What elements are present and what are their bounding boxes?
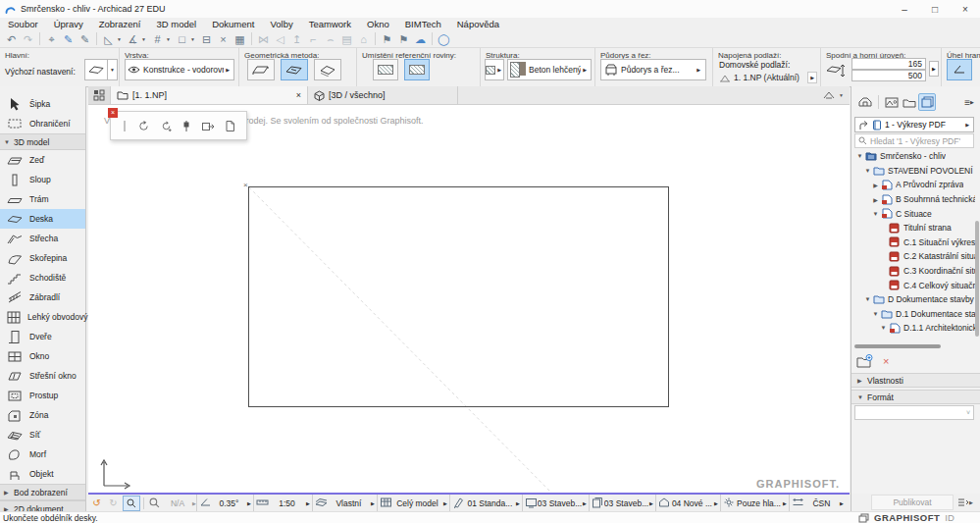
chevron-down-icon[interactable]: ▼ xyxy=(863,296,872,302)
statusbar-pen-selector[interactable]: 01 Standa...▶ xyxy=(449,495,522,511)
bottom-level-input[interactable]: 500 xyxy=(851,70,926,81)
publish-button[interactable]: Publikovat xyxy=(871,495,954,510)
export-icon[interactable] xyxy=(201,120,215,132)
roof-tool-icon[interactable]: ⌂ xyxy=(355,30,372,48)
building-material-selector[interactable]: Beton lehčený ▶ xyxy=(507,59,592,80)
tree-item-c-1-situa-n-v-kres-ir[interactable]: C.1 Situační výkres širš xyxy=(851,235,975,250)
magnet-grid-icon[interactable]: ▦ xyxy=(232,30,248,48)
menu-bimtech[interactable]: BIMTech xyxy=(397,18,449,30)
elevate-icon[interactable]: ↥ xyxy=(288,30,305,48)
tree-item-d-1-dokumentace-stav[interactable]: ▼D.1 Dokumentace stav xyxy=(851,307,975,322)
grid-snap-icon[interactable]: # xyxy=(149,30,166,48)
level-icon-dropdown[interactable]: ▼ xyxy=(141,36,149,42)
menu-pravy[interactable]: Úpravy xyxy=(46,18,91,30)
statusbar-scale-selector[interactable]: 1:50▶ xyxy=(253,495,312,511)
floating-pet-palette[interactable]: × xyxy=(110,111,247,140)
cursor-bar-icon[interactable] xyxy=(122,120,128,132)
frame-icon[interactable]: □ xyxy=(174,30,190,48)
publisher-sets-icon[interactable] xyxy=(918,93,936,111)
home-story-selector[interactable]: 1. 1.NP (Aktuální) ▶ xyxy=(719,72,817,83)
statusbar-model-selector[interactable]: Celý model▶ xyxy=(377,495,449,511)
tree-item-b-souhrnn-technick-zpr[interactable]: ▶B Souhrnná technická zpr xyxy=(851,192,975,207)
flag-icon[interactable]: ⚑ xyxy=(379,30,395,48)
chevron-right-icon[interactable]: ▶ xyxy=(871,182,880,188)
slab-default-settings-button[interactable] xyxy=(84,59,108,80)
tree-item-stavebn-povolen[interactable]: ▼STAVEBNÍ POVOLENÍ xyxy=(851,164,975,179)
tool-prostup[interactable]: Prostup xyxy=(0,386,85,405)
menu-zobrazen[interactable]: Zobrazení xyxy=(91,18,149,30)
refplane-top-button[interactable] xyxy=(373,59,398,80)
tool-ze[interactable]: Zeď xyxy=(0,150,85,170)
structure-type-button[interactable]: ▶ xyxy=(485,59,504,80)
statusbar-docs-selector[interactable]: 03 Staveb...▶ xyxy=(589,495,655,511)
rotate-plus-icon[interactable] xyxy=(160,120,173,132)
chevron-down-icon[interactable]: ▼ xyxy=(871,211,880,217)
zoom-icon[interactable] xyxy=(146,495,163,511)
tool-sko-epina[interactable]: Skořepina xyxy=(0,248,85,268)
tool-lehk-obvodov[interactable]: Lehký obvodový... xyxy=(0,307,85,327)
drawing-canvas[interactable]: Vý o prodej. Se svolením od společnosti … xyxy=(88,105,850,494)
fit-icon[interactable]: × xyxy=(215,30,232,48)
tree-item-tituln-strana[interactable]: Titulní strana xyxy=(851,221,975,235)
geometry-rectangle-button[interactable] xyxy=(281,59,308,80)
tree-item-d-dokumentace-stavby[interactable]: ▼D Dokumentace stavby xyxy=(851,292,975,307)
tool-ipka[interactable]: Šipka xyxy=(0,94,85,114)
redo-icon[interactable]: ↷ xyxy=(20,30,36,48)
statusbar-angle-selector[interactable]: 0.35°▶ xyxy=(196,495,253,511)
teamwork-circle-icon[interactable]: ◯ xyxy=(436,30,452,48)
geometry-polygon-button[interactable] xyxy=(247,59,275,80)
tab-floorplan[interactable]: [1. 1.NP] × xyxy=(111,86,308,104)
menu-soubor[interactable]: Soubor xyxy=(0,18,46,30)
flag2-icon[interactable]: ⚑ xyxy=(395,30,412,48)
rotate-icon[interactable] xyxy=(137,120,150,132)
top-level-input[interactable]: 165 xyxy=(851,58,926,70)
tree-horizontal-scrollbar[interactable] xyxy=(854,344,941,348)
ruler-icon[interactable]: ⊟ xyxy=(198,30,215,48)
cloud-icon[interactable]: ☁ xyxy=(412,30,429,48)
menu-volby[interactable]: Volby xyxy=(263,18,301,30)
chevron-down-icon[interactable]: ▼ xyxy=(871,311,880,317)
tool-st-e-n-okno[interactable]: Střešní okno xyxy=(0,366,85,386)
fit-in-window-button[interactable] xyxy=(123,496,140,511)
tree-vertical-scrollbar[interactable] xyxy=(975,221,979,337)
up-one-level-icon[interactable] xyxy=(858,120,869,131)
adjust-icon[interactable]: ◁ xyxy=(272,30,288,48)
slab-settings-dropdown[interactable]: ▼ xyxy=(107,59,118,80)
syringe-icon[interactable]: ✎ xyxy=(77,30,93,48)
tool-okno[interactable]: Okno xyxy=(0,346,85,366)
eyedropper-icon[interactable]: ✎ xyxy=(60,30,77,48)
document-icon[interactable] xyxy=(225,120,235,132)
properties-panel-header[interactable]: ▶Vlastnosti xyxy=(851,373,980,388)
tool-s[interactable]: Síť xyxy=(0,425,85,445)
tree-item-c-situace[interactable]: ▼C Situace xyxy=(851,206,975,221)
delete-item-button[interactable]: × xyxy=(883,355,889,367)
layout-book-icon[interactable] xyxy=(901,93,918,111)
statusbar-dim-selector[interactable]: ČSN▶ xyxy=(789,495,846,511)
menu-n-pov-da[interactable]: Nápověda xyxy=(449,18,507,30)
levels-expand-button[interactable]: ▶ xyxy=(929,61,939,77)
format-selector[interactable]: ˅ xyxy=(854,405,974,420)
toolbox-section-bod-zobrazen[interactable]: ▶Bod zobrazení xyxy=(0,484,85,500)
tool-ohrani-en[interactable]: Ohraničení xyxy=(0,114,85,133)
restore-button[interactable]: □ xyxy=(920,0,950,18)
tree-item-c-4-celkov-situa-n-v[interactable]: C.4 Celkový situační vý xyxy=(851,278,975,292)
frame-icon-dropdown[interactable]: ▼ xyxy=(190,36,198,42)
menu-3d-model[interactable]: 3D model xyxy=(149,18,205,30)
tree-item-d-1-1-architektonicko[interactable]: ▼D.1.1 Architektonicko xyxy=(851,321,975,336)
statusbar-layers-selector[interactable]: Vlastní▶ xyxy=(312,495,377,511)
tool-objekt[interactable]: Objekt xyxy=(0,464,85,484)
chevron-down-icon[interactable]: ▼ xyxy=(855,153,864,159)
split-icon[interactable]: ⋈ xyxy=(255,30,272,48)
edge-angle-button[interactable] xyxy=(947,59,972,80)
tree-item-a-pr-vodn-zpr-va[interactable]: ▶A Průvodní zpráva xyxy=(851,178,975,192)
tool-deska[interactable]: Deska xyxy=(0,209,85,229)
project-map-icon[interactable] xyxy=(856,93,874,111)
publisher-set-selector[interactable]: 1 - Výkresy PDF ▶ xyxy=(854,117,974,132)
geometry-rotated-button[interactable] xyxy=(314,59,341,80)
setsquare-icon-dropdown[interactable]: ▼ xyxy=(117,36,125,42)
toolbox-section-3d-model[interactable]: ▼3D model xyxy=(0,133,85,150)
chevron-right-icon[interactable]: ▶ xyxy=(871,196,880,203)
format-panel-header[interactable]: ▼Formát xyxy=(851,390,980,404)
menu-teamwork[interactable]: Teamwork xyxy=(301,18,359,30)
menu-dokument[interactable]: Dokument xyxy=(204,18,262,30)
